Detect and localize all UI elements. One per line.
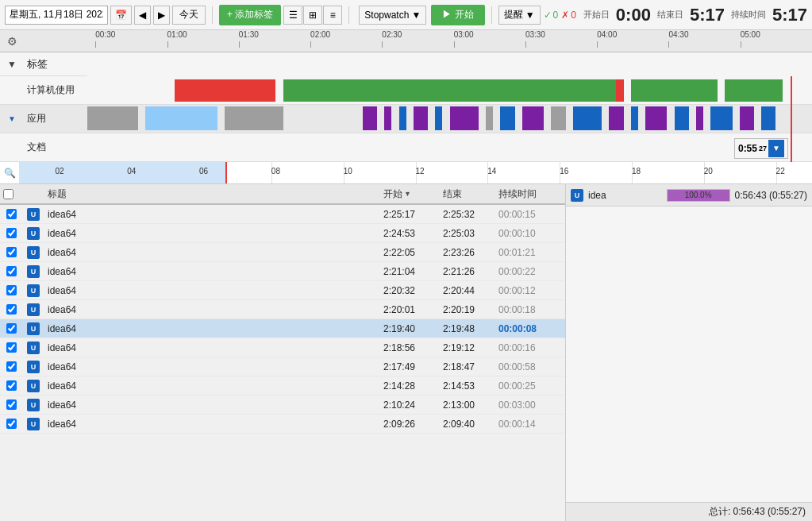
- row-checkbox[interactable]: [6, 266, 17, 276]
- play-button[interactable]: ▶ 开始: [431, 5, 484, 25]
- app-icon: U: [27, 380, 40, 392]
- select-all-checkbox[interactable]: [3, 189, 13, 199]
- grid-view-btn[interactable]: ⊞: [303, 6, 322, 25]
- row-checkbox[interactable]: [6, 209, 17, 219]
- doc-chevron-btn[interactable]: ▼: [768, 140, 784, 157]
- next-btn[interactable]: ▶: [153, 6, 170, 25]
- timeline-tick: 02:30: [382, 30, 402, 39]
- row-icon-cell: U: [22, 284, 44, 297]
- row-checkbox-cell: [0, 399, 22, 410]
- table-row[interactable]: U idea64 2:09:26 2:09:40 00:00:14: [0, 415, 565, 434]
- sep1: [212, 6, 213, 24]
- add-tag-button[interactable]: + 添加标签: [219, 5, 281, 25]
- row-duration: 00:00:16: [495, 342, 551, 353]
- table-row[interactable]: U idea64 2:20:32 2:20:44 00:00:12: [0, 281, 565, 300]
- app-row-left: ▼: [0, 114, 24, 123]
- bottom-ruler: 🔍 0204060810121416182022: [0, 162, 812, 184]
- timeline-tick: 04:00: [597, 30, 617, 39]
- timeline-tick: 01:00: [167, 30, 187, 39]
- row-end: 2:23:26: [440, 247, 495, 258]
- app-bar: [522, 106, 544, 130]
- ruler-tick-label: 20: [704, 167, 713, 176]
- row-title: idea64: [44, 209, 380, 220]
- toolbar: 📅 ◀ ▶ 今天 + 添加标签 ☰ ⊞ ≡ Stopwatch ▼ ▶ 开始 提…: [0, 0, 812, 30]
- table-row[interactable]: U idea64 2:20:01 2:20:19 00:00:18: [0, 300, 565, 319]
- row-checkbox[interactable]: [6, 247, 17, 257]
- table-row[interactable]: U idea64 2:22:05 2:23:26 00:01:21: [0, 243, 565, 262]
- row-title: idea64: [44, 323, 380, 334]
- row-title: idea64: [44, 304, 380, 315]
- remind-chevron-icon: ▼: [525, 10, 535, 21]
- row-duration: 00:00:22: [495, 266, 551, 277]
- row-checkbox[interactable]: [6, 342, 17, 353]
- ruler-tick-label: 14: [487, 167, 496, 176]
- table-row[interactable]: U idea64 2:24:53 2:25:03 00:00:10: [0, 224, 565, 243]
- app-bar: [486, 106, 493, 130]
- table-row[interactable]: U idea64 2:25:17 2:25:32 00:00:15: [0, 205, 565, 224]
- ruler-ticks: 0204060810121416182022: [19, 162, 812, 184]
- date-input[interactable]: [5, 6, 108, 25]
- row-checkbox[interactable]: [6, 380, 17, 391]
- timeline-tick-line: [525, 41, 526, 48]
- ruler-search-icon[interactable]: 🔍: [0, 168, 19, 179]
- computer-bar: [631, 79, 718, 102]
- row-duration: 00:00:18: [495, 304, 551, 315]
- detail-view-btn[interactable]: ≡: [323, 6, 342, 25]
- doc-badge-sup: 27: [759, 145, 767, 152]
- list-view-btn[interactable]: ☰: [283, 6, 302, 25]
- app-bar: [573, 106, 602, 130]
- row-icon-cell: U: [22, 227, 44, 240]
- main-area: 标题 开始 ▼ 结束 持续时间 U idea64 2:25:17 2:25:32…: [0, 184, 812, 521]
- row-checkbox[interactable]: [6, 304, 17, 315]
- row-icon-cell: U: [22, 208, 44, 221]
- row-icon-cell: U: [22, 303, 44, 316]
- row-title: idea64: [44, 247, 380, 258]
- right-app-icon: U: [571, 189, 583, 202]
- table-row[interactable]: U idea64 2:14:28 2:14:53 00:00:25: [0, 376, 565, 396]
- app-row-chevron-icon[interactable]: ▼: [8, 114, 16, 123]
- row-checkbox[interactable]: [6, 361, 17, 372]
- timeline-tick: 03:30: [525, 30, 545, 39]
- duration-value: 5:17: [772, 5, 807, 25]
- ruler-tick-label: 16: [560, 167, 568, 176]
- row-checkbox[interactable]: [6, 285, 17, 295]
- remind-dropdown[interactable]: 提醒 ▼: [498, 6, 541, 25]
- row-title: idea64: [44, 228, 380, 239]
- row-title: idea64: [44, 285, 380, 296]
- app-icon: U: [27, 322, 40, 335]
- stopwatch-dropdown[interactable]: Stopwatch ▼: [359, 6, 426, 25]
- cross-count: ✗ 0: [561, 10, 576, 21]
- ruler-tick-label: 10: [344, 167, 352, 176]
- ruler-highlight: [19, 162, 225, 184]
- row-icon-cell: U: [22, 342, 44, 354]
- timeline-tick-line: [597, 41, 598, 48]
- row-icon-cell: U: [22, 418, 44, 430]
- today-button[interactable]: 今天: [172, 6, 206, 25]
- tag-chevron-icon[interactable]: ▼: [7, 59, 17, 70]
- app-timeline-cursor: [791, 105, 792, 133]
- table-row[interactable]: U idea64 2:10:24 2:13:00 00:03:00: [0, 396, 565, 415]
- timeline-tick: 05:00: [741, 30, 760, 39]
- app-row-label: 应用: [24, 112, 87, 125]
- row-checkbox[interactable]: [6, 323, 17, 334]
- row-checkbox[interactable]: [6, 228, 17, 238]
- table-row[interactable]: U idea64 2:18:56 2:19:12 00:00:16: [0, 338, 565, 357]
- th-start[interactable]: 开始 ▼: [380, 187, 440, 201]
- prev-btn[interactable]: ◀: [134, 6, 151, 25]
- table-row[interactable]: U idea64 2:17:49 2:18:47 00:00:58: [0, 357, 565, 376]
- settings-icon[interactable]: ⚙: [0, 30, 24, 52]
- timeline-ticks: 00:3001:0001:3002:0002:3003:0003:3004:00…: [24, 30, 812, 52]
- end-time-value: 5:17: [690, 5, 725, 25]
- row-checkbox[interactable]: [6, 399, 17, 410]
- row-icon-cell: U: [22, 399, 44, 411]
- table-row[interactable]: U idea64 2:19:40 2:19:48 00:00:08: [0, 319, 565, 338]
- timeline-tick: 03:00: [454, 30, 474, 39]
- tag-section: + 添加标签 ☰ ⊞ ≡: [219, 5, 342, 25]
- app-icon: U: [27, 208, 40, 221]
- row-checkbox-cell: [0, 361, 22, 372]
- calendar-icon-btn[interactable]: 📅: [110, 6, 132, 25]
- timeline-tick-line: [239, 41, 240, 48]
- row-end: 2:20:44: [440, 285, 495, 296]
- row-checkbox[interactable]: [6, 419, 17, 429]
- table-row[interactable]: U idea64 2:21:04 2:21:26 00:00:22: [0, 262, 565, 281]
